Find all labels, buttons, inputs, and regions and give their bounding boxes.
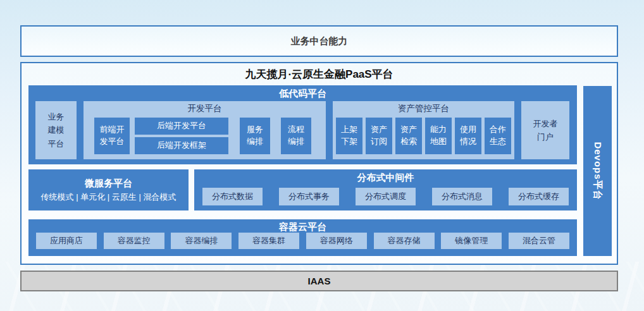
asset-item-cooperation-ecosystem: 合作 生态 <box>485 118 511 154</box>
middleware-item-distributed-cache: 分布式缓存 <box>509 188 569 205</box>
iaas-label: IAAS <box>308 276 331 286</box>
business-midplatform-banner: 业务中台能力 <box>20 25 618 57</box>
container-item-storage: 容器存储 <box>374 233 435 249</box>
section-devops-platform: Devops平台 <box>583 86 612 256</box>
microservice-title: 微服务平台 <box>85 178 132 190</box>
asset-control-title: 资产管控平台 <box>333 101 514 115</box>
container-cloud-title: 容器云平台 <box>28 219 577 233</box>
asset-item-line: 资产 <box>371 124 387 136</box>
backend-column: 后端开发平台 后端开发框架 <box>135 118 228 154</box>
asset-item-subscription: 资产 订阅 <box>366 118 392 154</box>
asset-item-line: 合作 <box>490 124 506 136</box>
frontend-line: 前端开 <box>100 124 125 136</box>
frontend-dev-platform: 前端开 发平台 <box>94 118 130 154</box>
developer-portal-line: 门户 <box>537 130 554 143</box>
asset-control-platform: 资产管控平台 上架 下架 资产 订阅 资产 检索 <box>333 101 514 159</box>
asset-item-onoff-shelf: 上架 下架 <box>336 118 362 154</box>
asset-item-line: 生态 <box>490 136 506 148</box>
asset-item-line: 能力 <box>430 124 447 136</box>
middleware-item-distributed-message: 分布式消息 <box>432 188 492 205</box>
asset-item-line: 下架 <box>341 136 357 148</box>
container-cloud-items: 应用商店 容器监控 容器编排 容器集群 容器网络 容器存储 镜像管理 混合云管 <box>28 233 577 249</box>
frontend-line: 发平台 <box>100 136 125 148</box>
middleware-item-distributed-transaction: 分布式事务 <box>279 188 339 205</box>
business-modeling-line: 建模 <box>48 123 65 137</box>
asset-item-line: 使用 <box>460 124 476 136</box>
service-orch-line: 编排 <box>247 136 263 148</box>
backend-dev-framework: 后端开发框架 <box>135 137 228 154</box>
section-container-cloud-platform: 容器云平台 应用商店 容器监控 容器编排 容器集群 容器网络 容器存储 镜像管理… <box>28 219 577 256</box>
microservice-modes: 传统模式 | 单元化 | 云原生 | 混合模式 <box>41 192 176 203</box>
section-distributed-middleware: 分布式中间件 分布式数据 分布式事务 分布式调度 分布式消息 分布式缓存 <box>194 169 577 210</box>
asset-item-line: 上架 <box>341 124 357 136</box>
developer-portal: 开发者 门户 <box>521 101 569 159</box>
development-platform: 开发平台 前端开 发平台 后端开发平台 后端开发框架 <box>84 101 326 159</box>
devops-label: Devops平台 <box>591 142 604 200</box>
asset-item-capability-map: 能力 地图 <box>425 118 452 154</box>
backend-platform-label: 后端开发平台 <box>157 120 206 132</box>
middleware-title: 分布式中间件 <box>194 169 577 186</box>
service-orch-line: 服务 <box>247 124 263 136</box>
platform-title: 九天揽月·云原生金融PaaS平台 <box>22 64 617 85</box>
middleware-item-distributed-scheduling: 分布式调度 <box>356 188 416 205</box>
asset-item-usage: 使用 情况 <box>455 118 481 154</box>
container-item-network: 容器网络 <box>306 233 367 249</box>
business-modeling-line: 平台 <box>48 137 65 150</box>
iaas-layer: IAAS <box>20 271 618 291</box>
development-platform-title: 开发平台 <box>84 101 326 115</box>
process-orchestration: 流程 编排 <box>281 118 311 154</box>
business-modeling-line: 业务 <box>48 110 65 123</box>
container-item-app-store: 应用商店 <box>36 233 97 249</box>
container-item-image-management: 镜像管理 <box>441 233 502 249</box>
backend-dev-platform: 后端开发平台 <box>135 118 228 135</box>
paas-platform-container: 九天揽月·云原生金融PaaS平台 低代码平台 业务 建模 平台 开发平台 前端开… <box>20 62 618 265</box>
middleware-item-distributed-data: 分布式数据 <box>202 188 263 205</box>
asset-item-line: 地图 <box>430 136 447 148</box>
lowcode-body: 业务 建模 平台 开发平台 前端开 发平台 后端开发平台 <box>35 101 570 159</box>
asset-control-items: 上架 下架 资产 订阅 资产 检索 能力 地图 <box>333 118 514 154</box>
developer-portal-line: 开发者 <box>533 117 558 130</box>
middleware-items: 分布式数据 分布式事务 分布式调度 分布式消息 分布式缓存 <box>194 188 577 205</box>
container-item-monitoring: 容器监控 <box>104 233 164 249</box>
asset-item-line: 检索 <box>400 136 417 148</box>
asset-item-line: 资产 <box>400 124 417 136</box>
backend-framework-label: 后端开发框架 <box>157 140 206 152</box>
service-orchestration: 服务 编排 <box>240 118 270 154</box>
asset-item-line: 情况 <box>460 136 476 148</box>
architecture-diagram: 业务中台能力 九天揽月·云原生金融PaaS平台 低代码平台 业务 建模 平台 开… <box>0 0 644 311</box>
container-item-orchestration: 容器编排 <box>171 233 232 249</box>
asset-item-line: 订阅 <box>371 136 387 148</box>
asset-item-search: 资产 检索 <box>395 118 422 154</box>
business-modeling-platform: 业务 建模 平台 <box>35 101 77 159</box>
banner-label: 业务中台能力 <box>291 35 348 47</box>
section-microservice-platform: 微服务平台 传统模式 | 单元化 | 云原生 | 混合模式 <box>28 169 189 210</box>
section-lowcode-platform: 低代码平台 业务 建模 平台 开发平台 前端开 发平台 <box>28 85 577 164</box>
container-item-hybrid-cloud-management: 混合云管 <box>509 233 569 249</box>
container-item-cluster: 容器集群 <box>238 233 299 249</box>
development-platform-items: 前端开 发平台 后端开发平台 后端开发框架 服务 <box>84 118 326 154</box>
lowcode-title: 低代码平台 <box>28 85 577 101</box>
process-orch-line: 编排 <box>288 136 304 148</box>
process-orch-line: 流程 <box>288 124 304 136</box>
